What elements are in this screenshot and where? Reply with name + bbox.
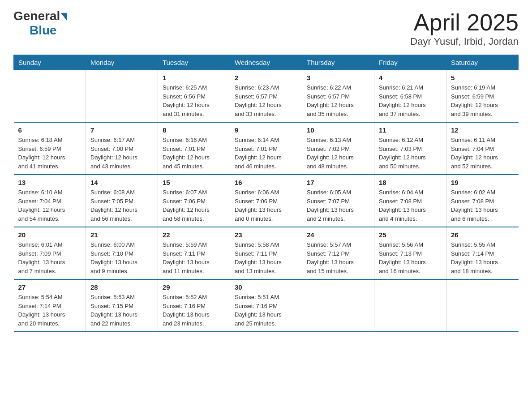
day-number: 23 bbox=[235, 231, 297, 239]
header-thursday: Thursday bbox=[302, 55, 374, 70]
day-number: 9 bbox=[235, 126, 297, 134]
day-number: 4 bbox=[379, 74, 442, 81]
calendar-cell: 11Sunrise: 6:12 AMSunset: 7:03 PMDayligh… bbox=[374, 122, 446, 175]
logo-blue: Blue bbox=[30, 23, 57, 38]
day-number: 26 bbox=[451, 231, 514, 239]
day-info: Sunrise: 5:59 AMSunset: 7:11 PMDaylight:… bbox=[163, 240, 225, 275]
day-info: Sunrise: 6:17 AMSunset: 7:00 PMDaylight:… bbox=[90, 136, 153, 171]
day-number: 24 bbox=[307, 231, 369, 239]
day-info: Sunrise: 6:22 AMSunset: 6:57 PMDaylight:… bbox=[307, 83, 369, 118]
day-number: 6 bbox=[18, 126, 82, 134]
title-block: April 2025 Dayr Yusuf, Irbid, Jordan bbox=[410, 9, 519, 47]
calendar-cell: 6Sunrise: 6:18 AMSunset: 6:59 PMDaylight… bbox=[14, 122, 86, 175]
day-number: 11 bbox=[379, 126, 442, 134]
day-info: Sunrise: 5:56 AMSunset: 7:13 PMDaylight:… bbox=[379, 240, 442, 275]
calendar-table: SundayMondayTuesdayWednesdayThursdayFrid… bbox=[13, 55, 519, 332]
day-info: Sunrise: 5:55 AMSunset: 7:14 PMDaylight:… bbox=[451, 240, 514, 275]
calendar-cell: 4Sunrise: 6:21 AMSunset: 6:58 PMDaylight… bbox=[374, 70, 446, 123]
day-number: 16 bbox=[235, 179, 297, 186]
calendar-cell: 14Sunrise: 6:08 AMSunset: 7:05 PMDayligh… bbox=[86, 175, 158, 227]
day-number: 10 bbox=[307, 126, 369, 134]
day-info: Sunrise: 6:25 AMSunset: 6:56 PMDaylight:… bbox=[163, 83, 225, 118]
day-number: 3 bbox=[307, 74, 369, 81]
calendar-cell: 27Sunrise: 5:54 AMSunset: 7:14 PMDayligh… bbox=[14, 279, 86, 332]
calendar-cell: 18Sunrise: 6:04 AMSunset: 7:08 PMDayligh… bbox=[374, 175, 446, 227]
day-info: Sunrise: 6:02 AMSunset: 7:08 PMDaylight:… bbox=[451, 188, 514, 223]
day-info: Sunrise: 6:18 AMSunset: 6:59 PMDaylight:… bbox=[18, 136, 82, 171]
calendar-cell: 21Sunrise: 6:00 AMSunset: 7:10 PMDayligh… bbox=[86, 227, 158, 279]
day-number: 12 bbox=[451, 126, 514, 134]
day-number: 25 bbox=[379, 231, 442, 239]
calendar-cell: 10Sunrise: 6:13 AMSunset: 7:02 PMDayligh… bbox=[302, 122, 374, 175]
day-info: Sunrise: 5:54 AMSunset: 7:14 PMDaylight:… bbox=[18, 293, 82, 328]
calendar-cell: 1Sunrise: 6:25 AMSunset: 6:56 PMDaylight… bbox=[158, 70, 230, 123]
day-number: 18 bbox=[379, 179, 442, 186]
day-number: 20 bbox=[18, 231, 82, 239]
calendar-cell: 17Sunrise: 6:05 AMSunset: 7:07 PMDayligh… bbox=[302, 175, 374, 227]
day-info: Sunrise: 6:06 AMSunset: 7:06 PMDaylight:… bbox=[235, 188, 297, 223]
day-number: 2 bbox=[235, 74, 297, 81]
calendar-cell: 24Sunrise: 5:57 AMSunset: 7:12 PMDayligh… bbox=[302, 227, 374, 279]
day-info: Sunrise: 6:05 AMSunset: 7:07 PMDaylight:… bbox=[307, 188, 369, 223]
day-info: Sunrise: 5:53 AMSunset: 7:15 PMDaylight:… bbox=[90, 293, 153, 328]
calendar-cell: 5Sunrise: 6:19 AMSunset: 6:59 PMDaylight… bbox=[446, 70, 519, 123]
day-number: 1 bbox=[163, 74, 225, 81]
day-number: 21 bbox=[90, 231, 153, 239]
calendar-cell bbox=[86, 70, 158, 123]
day-number: 13 bbox=[18, 179, 82, 186]
calendar-cell: 2Sunrise: 6:23 AMSunset: 6:57 PMDaylight… bbox=[230, 70, 302, 123]
day-number: 17 bbox=[307, 179, 369, 186]
page-header: General Blue April 2025 Dayr Yusuf, Irbi… bbox=[13, 9, 519, 47]
day-info: Sunrise: 5:57 AMSunset: 7:12 PMDaylight:… bbox=[307, 240, 369, 275]
calendar-header-row: SundayMondayTuesdayWednesdayThursdayFrid… bbox=[14, 55, 519, 70]
day-info: Sunrise: 6:21 AMSunset: 6:58 PMDaylight:… bbox=[379, 83, 442, 118]
calendar-cell: 16Sunrise: 6:06 AMSunset: 7:06 PMDayligh… bbox=[230, 175, 302, 227]
day-number: 15 bbox=[163, 179, 225, 186]
week-row-1: 1Sunrise: 6:25 AMSunset: 6:56 PMDaylight… bbox=[14, 70, 519, 123]
calendar-cell: 22Sunrise: 5:59 AMSunset: 7:11 PMDayligh… bbox=[158, 227, 230, 279]
week-row-4: 20Sunrise: 6:01 AMSunset: 7:09 PMDayligh… bbox=[14, 227, 519, 279]
calendar-cell: 13Sunrise: 6:10 AMSunset: 7:04 PMDayligh… bbox=[14, 175, 86, 227]
day-number: 30 bbox=[235, 283, 297, 291]
logo-general: General bbox=[13, 9, 60, 23]
calendar-cell bbox=[374, 279, 446, 332]
calendar-cell: 20Sunrise: 6:01 AMSunset: 7:09 PMDayligh… bbox=[14, 227, 86, 279]
calendar-cell: 19Sunrise: 6:02 AMSunset: 7:08 PMDayligh… bbox=[446, 175, 519, 227]
day-info: Sunrise: 6:16 AMSunset: 7:01 PMDaylight:… bbox=[163, 136, 225, 171]
day-number: 29 bbox=[163, 283, 225, 291]
header-monday: Monday bbox=[86, 55, 158, 70]
day-number: 22 bbox=[163, 231, 225, 239]
calendar-title: April 2025 bbox=[410, 9, 519, 36]
day-info: Sunrise: 6:12 AMSunset: 7:03 PMDaylight:… bbox=[379, 136, 442, 171]
header-saturday: Saturday bbox=[446, 55, 519, 70]
day-info: Sunrise: 6:10 AMSunset: 7:04 PMDaylight:… bbox=[18, 188, 82, 223]
calendar-cell: 29Sunrise: 5:52 AMSunset: 7:16 PMDayligh… bbox=[158, 279, 230, 332]
week-row-2: 6Sunrise: 6:18 AMSunset: 6:59 PMDaylight… bbox=[14, 122, 519, 175]
calendar-cell: 28Sunrise: 5:53 AMSunset: 7:15 PMDayligh… bbox=[86, 279, 158, 332]
day-number: 19 bbox=[451, 179, 514, 186]
calendar-cell: 26Sunrise: 5:55 AMSunset: 7:14 PMDayligh… bbox=[446, 227, 519, 279]
calendar-cell: 30Sunrise: 5:51 AMSunset: 7:16 PMDayligh… bbox=[230, 279, 302, 332]
week-row-5: 27Sunrise: 5:54 AMSunset: 7:14 PMDayligh… bbox=[14, 279, 519, 332]
day-number: 8 bbox=[163, 126, 225, 134]
day-info: Sunrise: 6:07 AMSunset: 7:06 PMDaylight:… bbox=[163, 188, 225, 223]
header-tuesday: Tuesday bbox=[158, 55, 230, 70]
calendar-cell bbox=[446, 279, 519, 332]
day-info: Sunrise: 6:13 AMSunset: 7:02 PMDaylight:… bbox=[307, 136, 369, 171]
day-info: Sunrise: 5:51 AMSunset: 7:16 PMDaylight:… bbox=[235, 293, 297, 328]
header-sunday: Sunday bbox=[14, 55, 86, 70]
calendar-cell: 12Sunrise: 6:11 AMSunset: 7:04 PMDayligh… bbox=[446, 122, 519, 175]
day-number: 5 bbox=[451, 74, 514, 81]
day-info: Sunrise: 5:52 AMSunset: 7:16 PMDaylight:… bbox=[163, 293, 225, 328]
calendar-cell: 8Sunrise: 6:16 AMSunset: 7:01 PMDaylight… bbox=[158, 122, 230, 175]
calendar-cell bbox=[14, 70, 86, 123]
calendar-cell: 3Sunrise: 6:22 AMSunset: 6:57 PMDaylight… bbox=[302, 70, 374, 123]
day-info: Sunrise: 6:00 AMSunset: 7:10 PMDaylight:… bbox=[90, 240, 153, 275]
day-number: 7 bbox=[90, 126, 153, 134]
day-number: 27 bbox=[18, 283, 82, 291]
day-info: Sunrise: 6:04 AMSunset: 7:08 PMDaylight:… bbox=[379, 188, 442, 223]
calendar-cell: 7Sunrise: 6:17 AMSunset: 7:00 PMDaylight… bbox=[86, 122, 158, 175]
day-info: Sunrise: 6:14 AMSunset: 7:01 PMDaylight:… bbox=[235, 136, 297, 171]
day-number: 28 bbox=[90, 283, 153, 291]
calendar-cell bbox=[302, 279, 374, 332]
